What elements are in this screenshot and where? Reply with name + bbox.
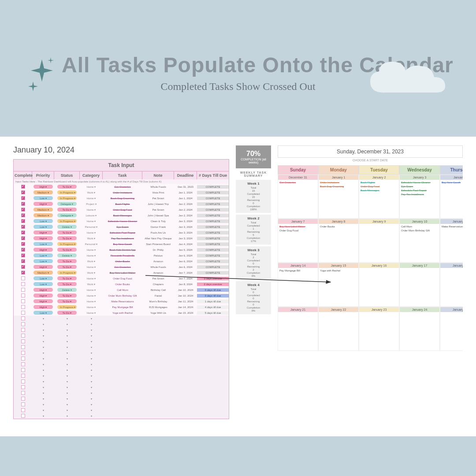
task-name[interactable]: Order Books <box>103 283 142 286</box>
task-row[interactable]: High ▾ To Do ▾ Home ▾ Order Mom Birthday… <box>14 293 229 298</box>
note-cell[interactable]: Amazon <box>142 271 174 274</box>
status-pill[interactable]: In Progress ▾ <box>57 305 77 309</box>
task-name[interactable]: Call Mom <box>103 289 142 291</box>
calendar-cell[interactable]: January 11Make Reservations <box>440 219 463 263</box>
note-cell[interactable]: Whole Foods <box>142 266 174 268</box>
calendar-event[interactable]: Call Mom <box>400 225 439 228</box>
empty-task-row[interactable]: ▾ ▾ ▾ <box>14 333 229 338</box>
complete-checkbox[interactable] <box>21 316 25 320</box>
calendar-event[interactable]: Schedule Pool Repair <box>400 189 439 192</box>
task-row[interactable]: Medium ▾ In Progress ▾ Work ▾ Order Invi… <box>14 190 229 195</box>
empty-task-row[interactable]: ▾ ▾ ▾ <box>14 316 229 321</box>
category-cell[interactable]: Work ▾ <box>80 191 103 194</box>
category-cell[interactable]: Work ▾ <box>80 271 103 274</box>
task-name[interactable]: Make Reservations <box>103 300 142 303</box>
calendar-cell[interactable]: January 24 <box>399 307 440 351</box>
task-row[interactable]: Medium ▾ To Do ▾ Home ▾ Order Dog Food P… <box>14 207 229 212</box>
deadline-cell[interactable]: Jan 4, 2024 <box>174 243 197 245</box>
empty-task-row[interactable]: ▾ ▾ ▾ <box>14 402 229 407</box>
complete-checkbox[interactable] <box>21 265 25 269</box>
status-pill[interactable]: In Progress ▾ <box>57 196 77 200</box>
category-cell[interactable]: Home ▾ <box>80 305 103 309</box>
note-cell[interactable]: RJS Mortgages <box>142 306 174 309</box>
empty-task-row[interactable]: ▾ ▾ ▾ <box>14 379 229 384</box>
category-cell[interactable]: Work ▾ <box>80 283 103 286</box>
priority-dropdown[interactable]: ▾ <box>32 409 54 412</box>
category-dropdown[interactable]: ▾ <box>80 323 103 326</box>
category-cell[interactable]: Home ▾ <box>80 254 103 257</box>
category-cell[interactable]: Home ▾ <box>80 208 103 211</box>
status-pill[interactable]: To Do ▾ <box>57 185 77 189</box>
deadline-cell[interactable]: Jan 15, 2024 <box>174 312 197 314</box>
category-dropdown[interactable]: ▾ <box>80 317 103 320</box>
status-pill[interactable]: Delegate ▾ <box>57 213 77 217</box>
category-dropdown[interactable]: ▾ <box>80 391 103 394</box>
priority-dropdown[interactable]: ▾ <box>32 363 54 366</box>
task-name[interactable]: Book Kids Dentist App <box>103 249 142 251</box>
calendar-cell[interactable]: January 22 <box>318 307 359 351</box>
task-row[interactable]: High ▾ To Do ▾ Home ▾ Make Reservations … <box>14 298 229 304</box>
task-name[interactable]: Buy New Couch <box>103 243 142 245</box>
note-cell[interactable]: Chapters <box>142 283 174 286</box>
complete-checkbox[interactable] <box>21 397 25 401</box>
status-pill[interactable]: To Do ▾ <box>57 276 77 280</box>
deadline-cell[interactable]: Jan 6, 2024 <box>174 260 197 263</box>
note-cell[interactable]: Vista Print <box>142 191 174 194</box>
complete-checkbox[interactable] <box>21 288 25 292</box>
category-dropdown[interactable]: ▾ <box>80 346 103 349</box>
task-row[interactable]: Low ▾ To Do ▾ Home ▾ Yoga with Rachel Yo… <box>14 310 229 316</box>
empty-task-row[interactable]: ▾ ▾ ▾ <box>14 407 229 413</box>
status-dropdown[interactable]: ▾ <box>54 397 80 400</box>
note-cell[interactable]: Pet Smart <box>142 208 174 211</box>
complete-checkbox[interactable] <box>21 368 25 372</box>
complete-checkbox[interactable] <box>21 208 25 212</box>
calendar-event[interactable]: Book Massages <box>359 189 399 192</box>
note-cell[interactable]: Start Pinterest Board <box>142 243 174 245</box>
deadline-cell[interactable]: Jan 6, 2024 <box>174 254 197 257</box>
complete-checkbox[interactable] <box>21 345 25 349</box>
category-dropdown[interactable]: ▾ <box>80 357 103 360</box>
complete-checkbox[interactable] <box>21 357 25 361</box>
note-cell[interactable]: Pet Smart <box>142 277 174 280</box>
priority-pill[interactable]: Medium ▾ <box>33 271 53 275</box>
priority-dropdown[interactable]: ▾ <box>32 334 54 337</box>
complete-checkbox[interactable] <box>21 276 25 280</box>
status-pill[interactable]: In Progress ▾ <box>57 271 77 275</box>
calendar-cell[interactable]: January 25 <box>440 307 463 351</box>
priority-pill[interactable]: High ▾ <box>33 305 53 309</box>
category-dropdown[interactable]: ▾ <box>80 397 103 400</box>
calendar-cell[interactable]: January 15Yoga with Rachel <box>318 263 359 307</box>
complete-checkbox[interactable] <box>21 374 25 378</box>
calendar-cell[interactable]: January 4Buy New Couch <box>440 175 463 219</box>
task-row[interactable]: Low ▾ In Progress ▾ Personal ▾ Buy New C… <box>14 241 229 247</box>
status-pill[interactable]: To Do ▾ <box>57 265 77 269</box>
status-pill[interactable]: To Do ▾ <box>57 299 77 303</box>
task-name[interactable]: Schedule Pool Repair <box>103 231 142 234</box>
priority-pill[interactable]: High ▾ <box>33 299 53 303</box>
complete-checkbox[interactable] <box>21 294 25 298</box>
task-row[interactable]: Low ▾ To Do ▾ Work ▾ Order Books Amazon … <box>14 258 229 264</box>
empty-task-row[interactable]: ▾ ▾ ▾ <box>14 390 229 396</box>
calendar-cell[interactable]: January 9 <box>359 219 399 263</box>
calendar-event[interactable]: Yoga with Rachel <box>319 269 358 272</box>
calendar-event[interactable]: Eye Exam <box>400 185 439 188</box>
category-dropdown[interactable]: ▾ <box>80 368 103 372</box>
task-name[interactable]: Get Groceries <box>103 186 142 188</box>
priority-pill[interactable]: Low ▾ <box>33 282 53 286</box>
status-pill[interactable]: Delegate ▾ <box>57 202 77 206</box>
priority-dropdown[interactable]: ▾ <box>32 357 54 360</box>
calendar-cell[interactable]: January 17 <box>399 263 440 307</box>
calendar-event[interactable]: Order Dog Food <box>359 185 399 188</box>
complete-checkbox[interactable] <box>21 271 25 275</box>
complete-checkbox[interactable] <box>21 339 25 343</box>
calendar-cell[interactable]: January 3Schedule House CleanerEye ExamS… <box>399 175 440 219</box>
calendar-cell[interactable]: January 16 <box>359 263 399 307</box>
priority-pill[interactable]: Low ▾ <box>33 276 53 280</box>
priority-dropdown[interactable]: ▾ <box>32 317 54 320</box>
task-name[interactable]: Buy New Label Maker <box>103 271 142 274</box>
priority-pill[interactable]: Low ▾ <box>33 259 53 263</box>
priority-dropdown[interactable]: ▾ <box>32 346 54 349</box>
task-name[interactable]: Pay Mortgage Bill <box>103 306 142 309</box>
note-cell[interactable]: Pet Smart <box>142 197 174 200</box>
category-dropdown[interactable]: ▾ <box>80 351 103 354</box>
